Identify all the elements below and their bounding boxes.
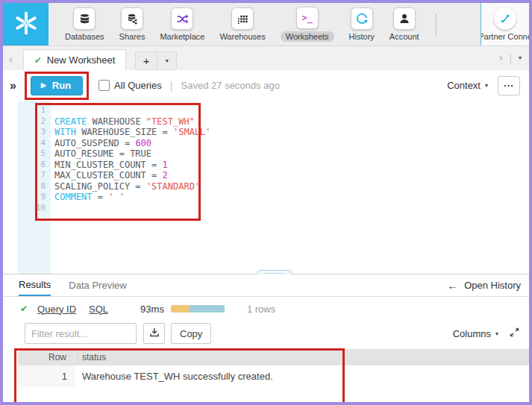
code-line[interactable] [54,203,529,214]
expand-sidebar-icon[interactable]: » [10,79,16,92]
tab-data-preview[interactable]: Data Preview [69,274,126,296]
query-info-row: ✔ Query ID SQL 93ms 1 rows [3,297,529,321]
results-tab-bar: Results Data Preview ← Open History [3,274,529,297]
snowflake-logo[interactable] [3,3,48,45]
code-token-str: ' ' [108,192,125,202]
nav-label: History [349,32,375,41]
nav-item-history[interactable]: History [349,7,375,41]
code-line[interactable]: AUTO_RESUME = TRUE [54,148,529,160]
code-token-id: = [93,192,109,202]
shares-icon [121,7,143,30]
nav-item-account[interactable]: Account [389,7,419,41]
marketplace-icon [171,7,193,30]
query-success-check-icon: ✔ [20,304,28,314]
warehouses-icon [231,7,254,30]
line-number: 3 [18,127,51,138]
nav-item-warehouses[interactable]: Warehouses [219,7,265,41]
progress-segment [189,305,225,313]
filter-result-input[interactable] [25,323,137,344]
line-number: 1 [18,105,51,116]
code-line[interactable]: SCALING_POLICY = 'STANDARD' [54,181,529,192]
code-token-num: 1 [163,160,168,170]
code-token-id: SCALING_POLICY = [54,181,146,192]
nav-label: Shares [119,32,145,41]
results-panel: Results Data Preview ← Open History ✔ Qu… [3,274,529,402]
code-token-str: 'SMALL' [173,127,211,137]
code-token-id: MIN_CLUSTER_COUNT = [54,160,163,170]
code-token-num: 2 [163,170,168,180]
tabs-scroll-right-icon[interactable]: › [499,51,503,63]
nav-item-partner-connect[interactable]: Partner Conne [481,3,529,45]
sql-link[interactable]: SQL [89,304,108,315]
nav-item-worksheets[interactable]: >_ Worksheets [281,7,334,42]
copy-button[interactable]: Copy [171,323,211,344]
tab-results[interactable]: Results [19,274,51,296]
result-right-controls: Columns ▾ [453,327,529,340]
tabs-list-caret[interactable]: ▾ [519,54,522,61]
code-area[interactable]: CREATE WAREHOUSE "TEST_WH"WITH WAREHOUSE… [54,101,529,274]
line-number: 9 [18,192,51,203]
column-header-status[interactable]: status [75,352,106,362]
run-button[interactable]: ▶ Run [31,76,83,95]
line-number: 6 [18,160,51,171]
code-line[interactable]: MIN_CLUSTER_COUNT = 1 [54,160,529,171]
tabbar-divider: | [510,52,512,63]
cell-row-number: 1 [18,365,75,387]
expand-results-icon[interactable] [510,327,519,340]
result-table: Row status 1Warehouse TEST_WH successful… [18,349,529,387]
worksheet-toolbar: » ▶ Run All Queries | Saved 27 seconds a… [3,70,529,101]
tabs-scroll-left-icon[interactable]: ‹ [9,53,13,65]
code-token-id: WAREHOUSE [87,116,145,127]
cell-status: Warehouse TEST_WH successfully created. [75,365,273,387]
history-icon [351,7,373,30]
run-button-annotation-box: ▶ Run [25,72,89,100]
code-token-kw: WITH [54,127,76,137]
account-icon [393,7,416,30]
left-arrow-icon: ← [447,279,458,292]
code-line[interactable]: CREATE WAREHOUSE "TEST_WH" [54,116,529,128]
tab-check-icon: ✔ [34,55,42,66]
rows-count: 1 rows [247,304,275,315]
query-id-link[interactable]: Query ID [37,304,76,315]
code-line[interactable]: COMMENT = ' ' [54,192,529,203]
new-worksheet-button[interactable]: + [135,51,157,70]
open-history-button[interactable]: ← Open History [447,274,529,296]
nav-item-marketplace[interactable]: Marketplace [160,7,204,41]
download-button[interactable] [143,323,165,344]
more-options-button[interactable]: ... [498,76,520,95]
code-line[interactable] [54,105,529,116]
code-token-id: AUTO_SUSPEND = [54,138,135,148]
nav-item-shares[interactable]: Shares [119,7,145,41]
partner-connect-label: Partner Conne [481,32,529,41]
line-number: 5 [18,148,51,160]
line-number-gutter: 12345678910 [18,101,51,274]
nav-label: Account [389,32,419,41]
all-queries-checkbox[interactable] [98,80,110,91]
worksheets-icon: >_ [296,7,319,29]
partner-connect-icon [494,7,516,30]
tab-title: New Worksheet [47,54,116,66]
line-number: 2 [18,116,51,128]
nav-item-databases[interactable]: Databases [65,7,104,41]
line-number: 10 [18,203,51,214]
table-header-row[interactable]: Row status [18,349,529,365]
toolbar-right-controls: Context ▾ ... [447,76,529,95]
worksheet-menu-caret[interactable]: ▾ [157,51,177,70]
code-token-id: MAX_CLUSTER_COUNT = [54,170,163,180]
code-token-str: 'STANDARD' [146,181,200,192]
tab-new-worksheet[interactable]: ✔ New Worksheet [23,49,127,70]
code-line[interactable]: AUTO_SUSPEND = 600 [54,138,529,149]
download-icon [149,327,160,340]
sql-editor[interactable]: 12345678910 CREATE WAREHOUSE "TEST_WH"WI… [3,101,529,274]
code-line[interactable]: MAX_CLUSTER_COUNT = 2 [54,170,529,181]
run-button-label: Run [52,80,71,91]
code-line[interactable]: WITH WAREHOUSE_SIZE = 'SMALL' [54,127,529,138]
all-queries-label: All Queries [114,80,162,91]
table-row[interactable]: 1Warehouse TEST_WH successfully created. [18,365,529,387]
context-dropdown[interactable]: Context ▾ [447,80,488,91]
column-header-row[interactable]: Row [18,352,75,362]
code-token-kw: CREATE [54,116,87,127]
columns-dropdown[interactable]: Columns ▾ [453,328,498,339]
snowflake-icon [13,10,40,40]
snowflake-app-window: Databases Shares [0,0,532,405]
